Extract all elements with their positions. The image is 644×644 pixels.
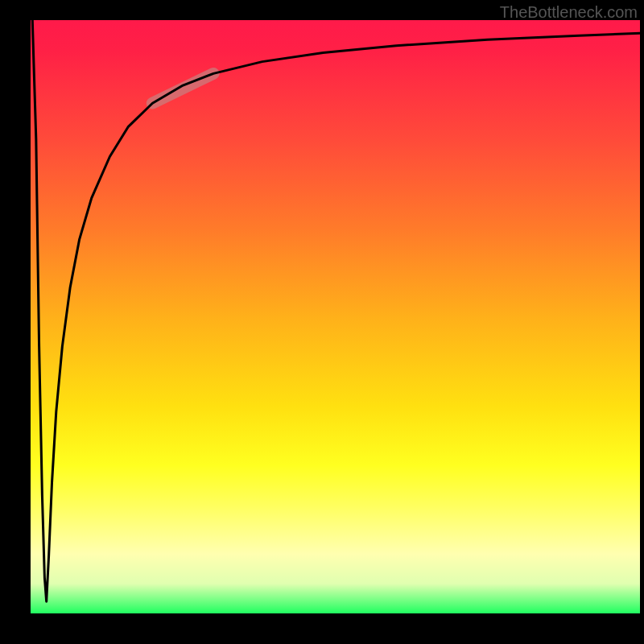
chart-frame: TheBottleneck.com — [0, 0, 644, 644]
bottleneck-curve — [32, 20, 640, 601]
attribution-text: TheBottleneck.com — [500, 3, 638, 22]
chart-svg — [31, 20, 640, 613]
